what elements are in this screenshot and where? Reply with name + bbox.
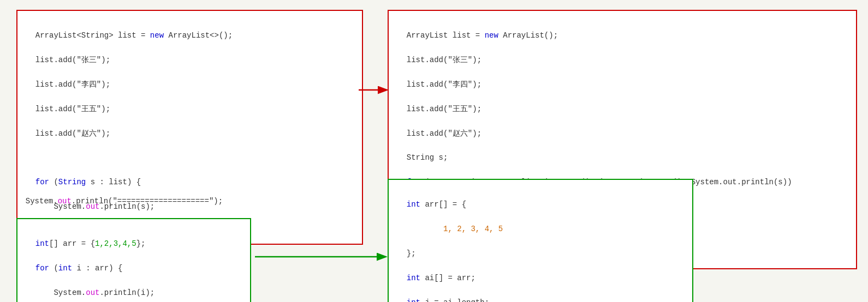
tl-line4: list.add("王五"); (35, 105, 110, 113)
tr-line6: String s; (407, 153, 448, 162)
bl-line3: System.out.println(i); (35, 288, 154, 297)
bottom-right-code-box: int arr[] = { 1, 2, 3, 4, 5 }; int ai[] … (388, 179, 693, 302)
tr-line1: ArrayList list = new ArrayList(); (407, 31, 558, 40)
br-line4: int ai[] = arr; (407, 274, 475, 282)
top-arrow (358, 82, 390, 98)
br-line3: }; (407, 249, 416, 258)
tr-line2: list.add("张三"); (407, 56, 481, 64)
br-line1: int arr[] = { (407, 200, 466, 209)
bottom-arrow (254, 249, 390, 265)
top-left-code-box: ArrayList<String> list = new ArrayList<>… (16, 10, 363, 245)
bl-line2: for (int i : arr) { (35, 264, 123, 273)
bottom-left-code-box: int[] arr = {1,2,3,4,5}; for (int i : ar… (16, 218, 251, 302)
tr-line4: list.add("王五"); (407, 105, 481, 113)
tl-line3: list.add("李四"); (35, 80, 110, 89)
tl-line5: list.add("赵六"); (35, 129, 110, 138)
tl-line6: for (String s : list) { (35, 178, 141, 186)
tr-line3: list.add("李四"); (407, 80, 481, 89)
standalone-println: System.out.println("====================… (16, 188, 223, 206)
tl-line2: list.add("张三"); (35, 56, 110, 64)
tl-line1: ArrayList<String> list = new ArrayList<>… (35, 31, 233, 40)
tr-line5: list.add("赵六"); (407, 129, 481, 138)
br-line5: int j = ai.length; (407, 298, 489, 302)
br-line2: 1, 2, 3, 4, 5 (407, 225, 503, 233)
bl-line1: int[] arr = {1,2,3,4,5}; (35, 239, 146, 248)
